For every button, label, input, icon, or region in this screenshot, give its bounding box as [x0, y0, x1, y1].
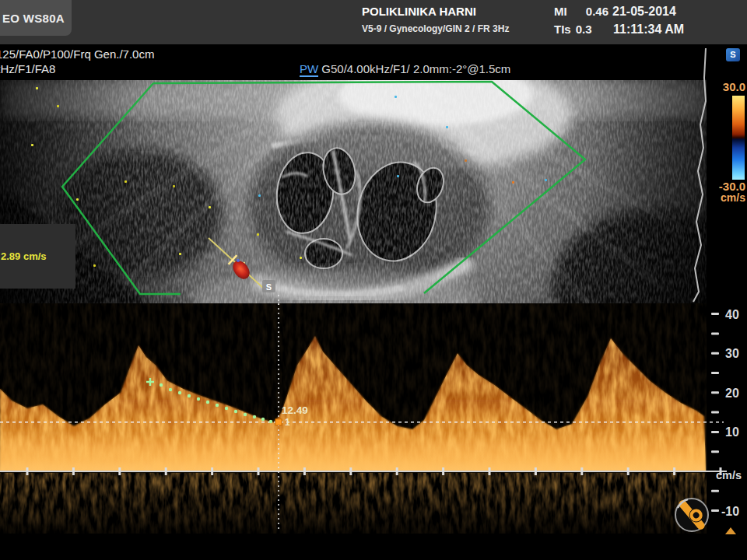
pw-settings: G50/4.00kHz/F1/ 2.0mm:-2°@1.5cm: [318, 62, 510, 75]
measurement-line: 2.49 cm/s: [0, 287, 75, 289]
tis-value: 0.3: [576, 23, 592, 36]
velocity-unit-label: cm/s: [716, 469, 742, 481]
spectral-waveform: [0, 303, 707, 534]
measurement-line: 2.89 cm/s: [0, 250, 75, 263]
device-name: EO WS80A: [0, 12, 65, 25]
orientation-marker: S: [262, 280, 275, 292]
orientation-marker-label: S: [266, 282, 272, 292]
color-scale-unit: cm/s: [699, 191, 745, 204]
clinic-name: POLIKLINIKA HARNI: [362, 5, 476, 18]
header-bar: EO WS80A POLIKLINIKA HARNI V5-9 / Gyneco…: [0, 0, 747, 44]
alias-pixel: [237, 259, 240, 262]
bmode-params: 125/FA0/P100/Frq Gen./7.0cm: [0, 47, 154, 61]
velocity-tick-label: 20: [725, 387, 739, 400]
probe-preset: V5-9 / Gynecology/GIN 2 / FR 3Hz: [362, 23, 509, 34]
measurement-value: 12.49: [282, 404, 308, 416]
velocity-scale: 40302010-10: [711, 308, 739, 518]
velocity-tick-label: 40: [725, 308, 739, 321]
mi-value: 0.46: [586, 5, 608, 18]
pw-params: PW G50/4.00kHz/F1/ 2.0mm:-2°@1.5cm: [300, 62, 510, 75]
measurement-caliper[interactable]: [275, 419, 282, 425]
mi-label: MI: [554, 5, 567, 18]
bmode-image: S: [0, 78, 747, 305]
tis-label: TIs: [554, 23, 571, 36]
ultrasound-screen: EO WS80A POLIKLINIKA HARNI V5-9 / Gyneco…: [0, 0, 747, 560]
color-scale-bar: [732, 96, 745, 180]
measurement-results-box: 2.89 cm/s 2.49 cm/s 0.45 1.83 3 ms: [0, 224, 75, 289]
bmode-tissue: [0, 78, 747, 305]
measurement-index: 1: [285, 417, 290, 428]
exam-date: 21-05-2014: [612, 5, 676, 19]
bmode-params-2: kHz/F1/FA8: [0, 62, 55, 75]
tis-readout: TIs 0.3: [554, 23, 591, 36]
device-name-tab: EO WS80A: [0, 0, 72, 36]
velocity-tick-label: 30: [725, 347, 739, 360]
velocity-tick-label: 10: [725, 425, 739, 439]
mi-readout: MI 0.46: [554, 5, 608, 18]
exam-time: 11:11:34 AM: [613, 23, 684, 37]
spectral-doppler-display: 40302010-10 cm/s 12.49 1: [0, 303, 747, 560]
velocity-tick-label: -10: [721, 505, 739, 518]
baseline-marker-triangle[interactable]: [725, 527, 736, 534]
pw-mode-label[interactable]: PW: [300, 62, 318, 77]
color-scale-max: 30.0: [699, 80, 745, 93]
